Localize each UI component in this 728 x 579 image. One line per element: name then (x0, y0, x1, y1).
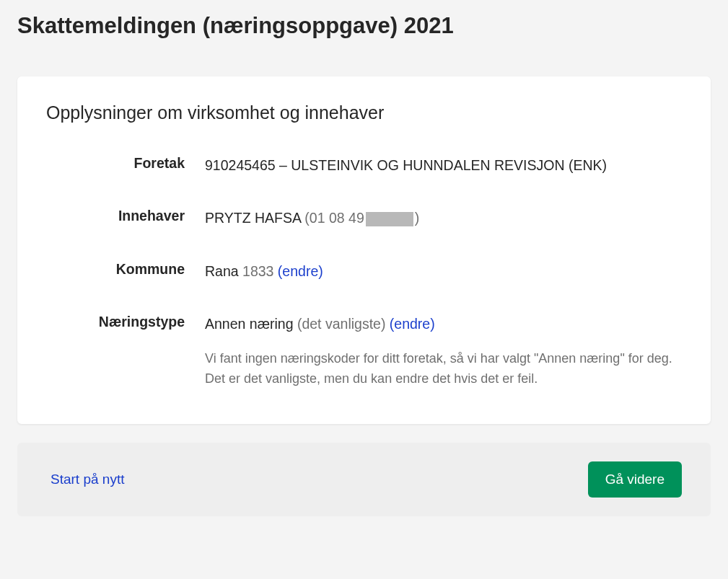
business-info-card: Opplysninger om virksomhet og innehaver … (17, 76, 711, 424)
kommune-change-link[interactable]: (endre) (278, 263, 323, 279)
value-naeringstype: Annen næring (det vanligste) (endre) Vi … (205, 314, 682, 389)
row-foretak: Foretak 910245465 – ULSTEINVIK OG HUNNDA… (46, 155, 682, 176)
kommune-name: Rana (205, 263, 239, 279)
value-kommune: Rana 1833 (endre) (205, 261, 682, 282)
row-kommune: Kommune Rana 1833 (endre) (46, 261, 682, 282)
naeringstype-value: Annen næring (205, 316, 294, 332)
label-innehaver: Innehaver (46, 208, 205, 224)
value-innehaver: PRYTZ HAFSA (01 08 49) (205, 208, 682, 229)
naeringstype-hint: (det vanligste) (297, 316, 385, 332)
innehaver-id-prefix: (01 08 49 (304, 210, 364, 226)
innehaver-name: PRYTZ HAFSA (205, 210, 301, 226)
row-naeringstype: Næringstype Annen næring (det vanligste)… (46, 314, 682, 389)
kommune-code: 1833 (242, 263, 273, 279)
label-kommune: Kommune (46, 261, 205, 278)
restart-button[interactable]: Start på nytt (51, 472, 124, 487)
row-innehaver: Innehaver PRYTZ HAFSA (01 08 49) (46, 208, 682, 229)
naeringstype-change-link[interactable]: (endre) (390, 316, 435, 332)
action-bar: Start på nytt Gå videre (17, 443, 711, 516)
label-foretak: Foretak (46, 155, 205, 172)
card-title: Opplysninger om virksomhet og innehaver (46, 102, 682, 123)
next-button[interactable]: Gå videre (588, 461, 682, 498)
naeringstype-note: Vi fant ingen næringskoder for ditt fore… (205, 349, 682, 389)
value-foretak: 910245465 – ULSTEINVIK OG HUNNDALEN REVI… (205, 155, 682, 176)
page-title: Skattemeldingen (næringsoppgave) 2021 (17, 13, 711, 39)
innehaver-id-redacted (366, 212, 413, 226)
label-naeringstype: Næringstype (46, 314, 205, 330)
innehaver-id-suffix: ) (415, 210, 420, 226)
